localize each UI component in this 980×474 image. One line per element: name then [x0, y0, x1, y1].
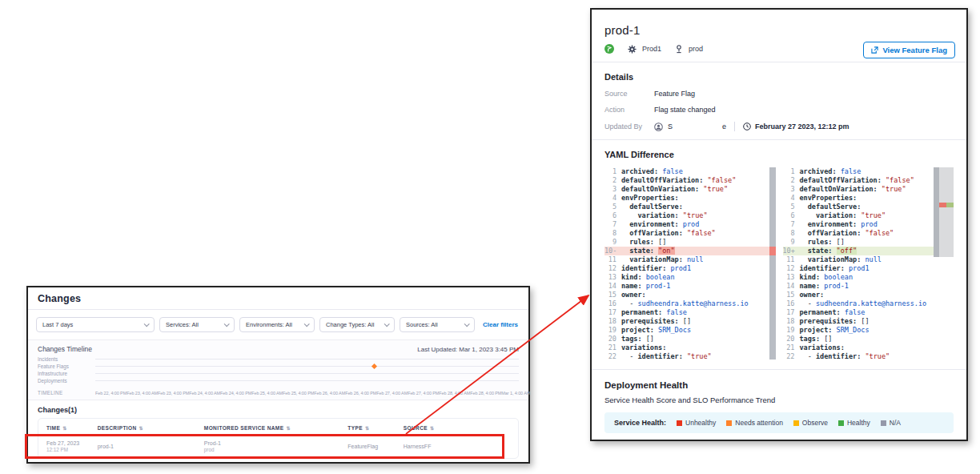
timeline-row-line — [95, 366, 519, 367]
code-text: offVariation: "false" — [800, 229, 894, 238]
column-header-type[interactable]: TYPE⇅ — [347, 425, 403, 431]
code-text: owner: — [800, 291, 825, 299]
services-dropdown[interactable]: Services: All — [159, 317, 235, 332]
line-number: 9 — [604, 238, 621, 247]
external-link-icon — [871, 46, 878, 54]
code-text: variationMap: null — [621, 255, 703, 264]
line-number: 6 — [783, 211, 800, 220]
environments-dropdown[interactable]: Environments: All — [239, 317, 315, 332]
change-event-marker[interactable] — [372, 364, 377, 369]
column-label: TIME — [46, 425, 60, 431]
code-text: - sudheendra.katte@harness.io — [800, 299, 927, 308]
code-text: envProperties: — [800, 194, 858, 203]
timeline-row-label: Deployments — [38, 378, 95, 384]
line-number: 21 — [604, 343, 621, 352]
yaml-line: 7 environment: prod — [604, 220, 776, 229]
cell-source: HarnessFF — [404, 444, 510, 449]
time-range-dropdown[interactable]: Last 7 days — [36, 317, 155, 332]
diff-overview-ruler-right[interactable] — [939, 167, 954, 257]
line-number: 2 — [604, 176, 621, 185]
timeline-ticks: Feb 22, 4:00 PMFeb 23, 4:00 AMFeb 23, 4:… — [95, 391, 530, 396]
user-icon — [654, 123, 663, 131]
change-details-panel: prod-1 Prod1 — [590, 8, 968, 441]
screenshot-canvas: Changes Last 7 days Services: All Enviro… — [0, 0, 980, 474]
line-number: 4 — [604, 194, 621, 203]
code-text: - identifier: "true" — [621, 352, 712, 361]
timeline-tick: Feb 28, 4:00 PM — [470, 391, 501, 396]
code-text: rules: [] — [621, 238, 666, 247]
column-label: TYPE — [347, 425, 363, 431]
column-header-monitored-service-name[interactable]: MONITORED SERVICE NAME⇅ — [204, 425, 347, 431]
code-text: archived: false — [621, 167, 683, 176]
environment-icon — [675, 45, 683, 54]
cell-type: FeatureFlag — [347, 444, 403, 449]
line-number: 16 — [783, 299, 800, 308]
view-feature-flag-label: View Feature Flag — [882, 46, 947, 54]
updated-timestamp: February 27 2023, 12:12 pm — [755, 123, 849, 131]
yaml-line-added: 10+ state: "off" — [783, 247, 954, 255]
timeline-tick: Feb 23, 4:00 PM — [158, 391, 189, 396]
page-title: prod-1 — [604, 23, 954, 37]
sort-icon: ⇅ — [365, 425, 369, 431]
diff-removed-mark — [769, 247, 776, 255]
yaml-line: 16 - sudheendra.katte@harness.io — [783, 299, 954, 308]
yaml-line: 4envProperties: — [783, 194, 954, 203]
column-header-source[interactable]: SOURCE⇅ — [404, 425, 510, 431]
yaml-line: 3defaultOnVariation: "true" — [783, 185, 954, 194]
column-label: MONITORED SERVICE NAME — [204, 425, 284, 431]
yaml-line: 22 - identifier: "true" — [604, 352, 776, 361]
line-number: 7 — [604, 220, 621, 229]
diff-scrollbar-thumb[interactable] — [934, 167, 939, 257]
yaml-line: 14name: prod-1 — [604, 282, 776, 291]
column-header-description[interactable]: DESCRIPTION⇅ — [98, 425, 204, 431]
line-number: 5 — [783, 203, 800, 211]
code-text: environment: prod — [621, 220, 699, 229]
timeline-tick: Feb 26, 4:00 PM — [345, 391, 376, 396]
line-number: 11 — [604, 255, 621, 264]
code-text: variation: "true" — [621, 211, 708, 220]
yaml-diff-left-pane: 1archived: false2defaultOffVariation: "f… — [604, 167, 776, 361]
yaml-line: 7 environment: prod — [783, 220, 954, 229]
diff-overview-ruler-left[interactable] — [769, 167, 776, 360]
line-number: 13 — [604, 273, 621, 282]
yaml-line: 13kind: boolean — [604, 273, 776, 282]
yaml-line: 1archived: false — [604, 167, 776, 176]
source-label: Source — [604, 90, 654, 98]
deployment-health-subtitle: Service Health Score and SLO Performance… — [604, 396, 954, 404]
line-number: 17 — [783, 308, 800, 317]
code-text: kind: boolean — [800, 273, 853, 282]
yaml-line: 5 defaultServe: — [604, 203, 776, 211]
yaml-line: 18prerequisites: [] — [783, 317, 954, 326]
column-label: SOURCE — [404, 425, 428, 431]
line-number: 6 — [604, 211, 621, 220]
vertical-divider — [734, 122, 735, 131]
deployment-health-heading: Deployment Health — [604, 380, 954, 390]
yaml-difference-section: YAML Difference 1archived: false2default… — [592, 140, 966, 370]
legend-color-swatch — [793, 420, 799, 426]
timeline-row-line — [95, 380, 519, 381]
sort-icon: ⇅ — [62, 425, 66, 431]
legend-item-observe: Observe — [793, 419, 828, 427]
code-text: permanent: false — [800, 308, 866, 317]
details-header: prod-1 Prod1 — [592, 10, 966, 62]
change-types-dropdown[interactable]: Change Types: All — [319, 317, 395, 332]
chevron-down-icon — [144, 321, 150, 327]
code-text: state: "on" — [621, 247, 675, 255]
code-text: defaultServe: — [800, 203, 862, 211]
table-row[interactable]: Feb 27, 2023 12:12 PM prod-1 Prod-1 prod… — [38, 436, 518, 458]
timeline-row-deployments: Deployments — [38, 377, 519, 384]
code-text: owner: — [621, 291, 646, 299]
timeline-row-label: Infrastructure — [38, 371, 95, 376]
line-number: 15 — [783, 291, 800, 299]
code-text: - sudheendra.katte@harness.io — [621, 299, 749, 308]
code-text: defaultOnVariation: "true" — [621, 185, 728, 194]
timeline-tick: Feb 26, 4:00 AM — [314, 391, 345, 396]
view-feature-flag-button[interactable]: View Feature Flag — [863, 42, 955, 58]
line-number: 21 — [783, 343, 800, 352]
sources-dropdown[interactable]: Sources: All — [400, 317, 475, 332]
clear-filters-link[interactable]: Clear filters — [483, 321, 518, 328]
sources-value: Sources: All — [406, 321, 438, 328]
code-text: defaultOffVariation: "false" — [800, 176, 914, 185]
column-header-time[interactable]: TIME⇅ — [46, 425, 98, 431]
cell-time: Feb 27, 2023 12:12 PM — [46, 440, 98, 452]
